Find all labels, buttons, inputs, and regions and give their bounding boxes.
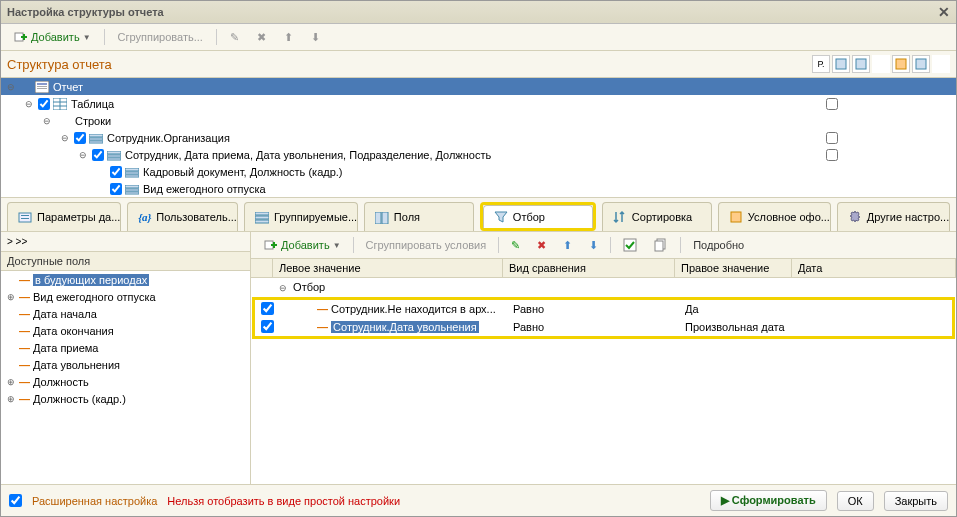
field-row[interactable]: ⊕—Должность (кадр.) [1, 390, 250, 407]
field-icon: — [19, 393, 30, 405]
r-checkbox[interactable] [826, 98, 838, 110]
expand-icon[interactable]: ⊖ [5, 82, 17, 92]
expand-icon[interactable]: ⊕ [5, 292, 16, 302]
tab-sort[interactable]: Сортировка [602, 202, 712, 231]
tab-params[interactable]: Параметры да... [7, 202, 121, 231]
filter-up-icon[interactable]: ⬆ [556, 236, 579, 255]
right-value: Да [679, 303, 796, 315]
tab-user[interactable]: {a}Пользователь... [127, 202, 238, 231]
field-row[interactable]: —в будующих периодах [1, 271, 250, 288]
filter-row[interactable]: — Сотрудник.Не находится в арх...РавноДа [255, 300, 952, 318]
filter-copy-icon[interactable] [647, 235, 675, 255]
filter-detail-button[interactable]: Подробно [686, 236, 751, 254]
top-toolbar: Добавить ▼ Сгруппировать... ✎ ✖ ⬆ ⬇ [1, 24, 956, 51]
filter-row-checkbox[interactable] [261, 302, 274, 315]
row-label: Сотрудник.Организация [107, 132, 230, 144]
comparison: Равно [507, 321, 679, 333]
expand-icon[interactable]: ⊖ [77, 150, 89, 160]
filter-edit-icon[interactable]: ✎ [504, 236, 527, 255]
svg-rect-21 [125, 175, 139, 177]
available-fields-list[interactable]: —в будующих периодах⊕—Вид ежегодного отп… [1, 271, 250, 484]
close-button[interactable]: Закрыть [884, 491, 948, 511]
delete-icon[interactable]: ✖ [250, 28, 273, 47]
params-icon [18, 210, 32, 224]
tree-row[interactable]: ⊖Сотрудник, Дата приема, Дата увольнения… [1, 146, 956, 163]
expand-icon[interactable]: ⊕ [5, 377, 16, 387]
field-row[interactable]: —Дата окончания [1, 322, 250, 339]
left-value: Сотрудник.Не находится в арх... [331, 303, 496, 315]
run-button[interactable]: ▶ Сформировать [710, 490, 827, 511]
col-icon-4[interactable] [892, 55, 910, 73]
tree-row[interactable]: Кадровый документ, Должность (кадр.) [1, 163, 956, 180]
breadcrumb[interactable]: > >> [1, 232, 250, 252]
row-label: Строки [75, 115, 111, 127]
row-icon [125, 165, 139, 177]
filter-grid[interactable]: ⊖ Отбор— Сотрудник.Не находится в арх...… [251, 278, 956, 484]
tree-row[interactable]: Вид ежегодного отпуска [1, 180, 956, 197]
advanced-checkbox[interactable] [9, 494, 22, 507]
tree-row[interactable]: ⊖Отчет [1, 78, 956, 95]
row-checkbox[interactable] [38, 98, 50, 110]
expand-icon[interactable]: ⊕ [5, 394, 16, 404]
filter-check-icon[interactable] [616, 235, 644, 255]
filter-row[interactable]: — Сотрудник.Дата увольненияРавноПроизвол… [255, 318, 952, 336]
col-icon-3[interactable] [872, 55, 890, 73]
tab-cond[interactable]: Условное офо... [718, 202, 831, 231]
r-checkbox[interactable] [826, 149, 838, 161]
tab-label: Отбор [513, 211, 545, 223]
structure-tree[interactable]: ⊖Отчет⊖Таблица⊖Строки⊖Сотрудник.Организа… [1, 78, 956, 198]
svg-rect-14 [89, 138, 103, 140]
row-checkbox[interactable] [92, 149, 104, 161]
r-checkbox[interactable] [826, 132, 838, 144]
filter-delete-icon[interactable]: ✖ [530, 236, 553, 255]
expand-icon[interactable]: ⊖ [23, 99, 35, 109]
filter-row-checkbox[interactable] [261, 320, 274, 333]
edit-icon[interactable]: ✎ [223, 28, 246, 47]
row-checkbox[interactable] [74, 132, 86, 144]
tab-other[interactable]: Другие настро... [837, 202, 950, 231]
col-icon-6[interactable] [932, 55, 950, 73]
field-icon: — [19, 376, 30, 388]
col-icon-1[interactable] [832, 55, 850, 73]
expand-icon[interactable]: ⊖ [59, 133, 71, 143]
group-button[interactable]: Сгруппировать... [111, 28, 210, 46]
svg-rect-13 [89, 134, 103, 137]
tree-row[interactable]: ⊖Таблица [1, 95, 956, 112]
tree-row[interactable]: ⊖Строки [1, 112, 956, 129]
up-icon[interactable]: ⬆ [277, 28, 300, 47]
field-icon: — [19, 342, 30, 354]
tree-row[interactable]: ⊖Сотрудник.Организация [1, 129, 956, 146]
expand-icon[interactable]: ⊖ [41, 116, 53, 126]
row-checkbox[interactable] [110, 166, 122, 178]
field-row[interactable]: —Дата начала [1, 305, 250, 322]
row-label: Таблица [71, 98, 114, 110]
field-row[interactable]: ⊕—Вид ежегодного отпуска [1, 288, 250, 305]
col-icon-5[interactable] [912, 55, 930, 73]
svg-rect-32 [382, 212, 388, 224]
down-icon[interactable]: ⬇ [304, 28, 327, 47]
field-row[interactable]: —Дата приема [1, 339, 250, 356]
ok-button[interactable]: ОК [837, 491, 874, 511]
filter-down-icon[interactable]: ⬇ [582, 236, 605, 255]
svg-rect-17 [107, 155, 121, 157]
add-icon [264, 238, 278, 252]
filter-group-button[interactable]: Сгруппировать условия [359, 236, 494, 254]
row-checkbox[interactable] [110, 183, 122, 195]
svg-rect-26 [21, 215, 29, 216]
field-row[interactable]: —Дата увольнения [1, 356, 250, 373]
field-label: Дата приема [33, 342, 98, 354]
tab-filter[interactable]: Отбор [483, 205, 593, 228]
field-row[interactable]: ⊕—Должность [1, 373, 250, 390]
tab-fields[interactable]: Поля [364, 202, 474, 231]
advanced-label: Расширенная настройка [32, 495, 157, 507]
row-icon [125, 182, 139, 194]
svg-rect-22 [125, 185, 139, 188]
filter-add-button[interactable]: Добавить ▼ [257, 235, 348, 255]
tab-grouped[interactable]: Группируемые... [244, 202, 358, 231]
svg-rect-4 [916, 59, 926, 69]
close-icon[interactable]: ✕ [938, 4, 950, 20]
svg-rect-15 [89, 141, 103, 143]
add-button[interactable]: Добавить ▼ [7, 27, 98, 47]
filter-group-row[interactable]: ⊖ Отбор [251, 278, 956, 296]
col-icon-2[interactable] [852, 55, 870, 73]
